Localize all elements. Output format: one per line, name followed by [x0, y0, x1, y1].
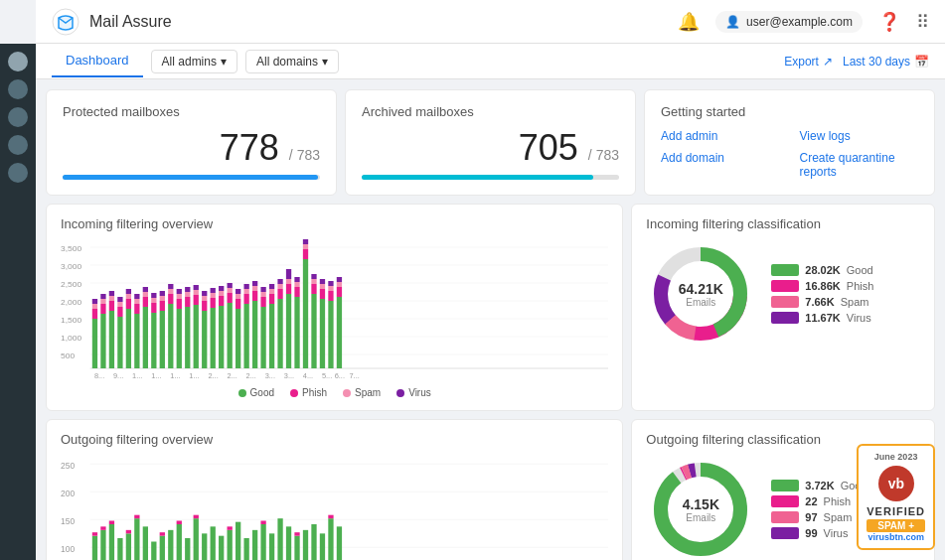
sidebar-item-3[interactable] [8, 107, 28, 127]
outgoing-donut-legend-good: 3.72K Good [771, 480, 866, 491]
archived-mailboxes-card: Archived mailboxes 705 / 783 [345, 89, 636, 196]
svg-rect-45 [151, 303, 156, 313]
svg-rect-91 [243, 284, 248, 289]
protected-mailboxes-title: Protected mailboxes [63, 104, 320, 119]
svg-text:250: 250 [61, 461, 75, 471]
svg-rect-199 [277, 518, 282, 560]
sidebar-item-2[interactable] [8, 79, 28, 99]
svg-text:2...: 2... [208, 371, 218, 378]
tab-dashboard[interactable]: Dashboard [52, 45, 143, 77]
logo-icon [52, 8, 79, 36]
sidebar [0, 44, 36, 560]
svg-rect-200 [286, 526, 291, 560]
svg-rect-117 [303, 249, 308, 259]
svg-rect-18 [92, 304, 97, 309]
filter-all-admins[interactable]: All admins ▾ [151, 50, 237, 73]
getting-started-title: Getting started [661, 104, 918, 119]
svg-rect-170 [100, 526, 105, 530]
export-button[interactable]: Export ↗ [784, 55, 833, 69]
svg-rect-58 [177, 294, 182, 299]
link-add-domain[interactable]: Add domain [661, 149, 780, 181]
link-quarantine-reports[interactable]: Create quarantine reports [800, 149, 919, 181]
sidebar-item-1[interactable] [8, 52, 28, 71]
svg-text:100: 100 [61, 544, 75, 554]
link-view-logs[interactable]: View logs [800, 127, 919, 145]
top-nav: Mail Assure 🔔 👤 user@example.com ❓ ⠿ [36, 0, 945, 44]
chevron-down-icon: ▾ [322, 55, 328, 69]
svg-rect-85 [236, 299, 240, 309]
protected-progress-bg [63, 175, 320, 180]
svg-rect-68 [202, 311, 207, 368]
svg-rect-25 [109, 301, 114, 311]
last30-button[interactable]: Last 30 days 📅 [843, 55, 929, 69]
user-label: user@example.com [746, 15, 853, 29]
sidebar-item-5[interactable] [8, 163, 28, 183]
top-nav-right: 🔔 👤 user@example.com ❓ ⠿ [678, 11, 929, 33]
svg-rect-103 [269, 284, 274, 289]
svg-rect-81 [228, 293, 233, 303]
outgoing-donut-legend-spam: 97 Spam [771, 511, 866, 523]
svg-text:1...: 1... [189, 371, 199, 378]
svg-rect-22 [100, 299, 105, 304]
user-menu[interactable]: 👤 user@example.com [715, 11, 863, 33]
svg-rect-64 [194, 305, 199, 368]
svg-rect-17 [92, 309, 97, 319]
incoming-overview-card: Incoming filtering overview 3,500 3,000 … [46, 204, 623, 411]
svg-rect-38 [134, 299, 139, 304]
grid-icon[interactable]: ⠿ [916, 11, 929, 33]
svg-rect-102 [269, 289, 274, 294]
svg-text:1...: 1... [170, 371, 180, 378]
incoming-legend: Good Phish Spam Virus [61, 387, 608, 398]
svg-rect-195 [252, 530, 257, 560]
svg-rect-109 [286, 284, 291, 294]
svg-rect-184 [177, 521, 182, 525]
outgoing-donut-legend-phish: 22 Phish [771, 495, 866, 507]
protected-mailboxes-value: 778 / 783 [63, 127, 320, 169]
svg-rect-71 [202, 291, 207, 296]
svg-rect-70 [202, 296, 207, 301]
svg-rect-168 [92, 532, 97, 536]
incoming-donut-container: 64.21K Emails 28.02K Good 16.86K [646, 239, 920, 349]
notification-icon[interactable]: 🔔 [678, 11, 700, 33]
svg-rect-132 [337, 297, 342, 368]
svg-rect-127 [320, 279, 325, 284]
filter-all-domains[interactable]: All domains ▾ [245, 50, 339, 73]
archived-progress-bg [362, 175, 619, 180]
svg-rect-95 [252, 281, 257, 286]
svg-rect-112 [294, 297, 299, 368]
legend-good-icon [238, 389, 246, 397]
vb-verified-text: VERIFIED [866, 505, 925, 517]
svg-rect-205 [320, 533, 325, 560]
archived-mailboxes-title: Archived mailboxes [362, 104, 619, 119]
svg-rect-82 [228, 288, 233, 293]
help-icon[interactable]: ❓ [878, 11, 900, 33]
outgoing-overview-card: Outgoing filtering overview 250 200 150 … [46, 419, 623, 560]
incoming-donut-legend: 28.02K Good 16.86K Phish 7.66K Spam [771, 264, 873, 324]
svg-rect-89 [243, 294, 248, 304]
svg-text:3...: 3... [284, 371, 294, 378]
svg-rect-180 [160, 536, 165, 560]
svg-rect-119 [303, 239, 308, 244]
svg-text:3,500: 3,500 [61, 244, 82, 253]
svg-text:vb: vb [887, 476, 903, 491]
link-add-admin[interactable]: Add admin [661, 127, 780, 145]
svg-rect-128 [328, 301, 333, 368]
svg-rect-98 [260, 292, 265, 297]
svg-rect-185 [185, 538, 190, 560]
svg-rect-187 [194, 515, 199, 519]
svg-rect-44 [151, 313, 156, 368]
cards-row: Protected mailboxes 778 / 783 Archived m… [46, 89, 935, 196]
legend-virus-icon [396, 389, 404, 397]
outgoing-overview-title: Outgoing filtering overview [61, 432, 608, 447]
sidebar-item-4[interactable] [8, 135, 28, 155]
svg-text:2,500: 2,500 [61, 280, 82, 289]
svg-rect-122 [311, 279, 316, 284]
svg-rect-99 [260, 287, 265, 292]
legend-spam: Spam [343, 387, 381, 398]
svg-rect-191 [228, 530, 233, 560]
svg-rect-134 [337, 282, 342, 287]
outgoing-donut-legend-virus: 99 Virus [771, 527, 866, 539]
svg-rect-84 [236, 309, 240, 368]
svg-rect-34 [126, 294, 131, 299]
vb-site-link[interactable]: virusbtn.com [866, 532, 925, 542]
